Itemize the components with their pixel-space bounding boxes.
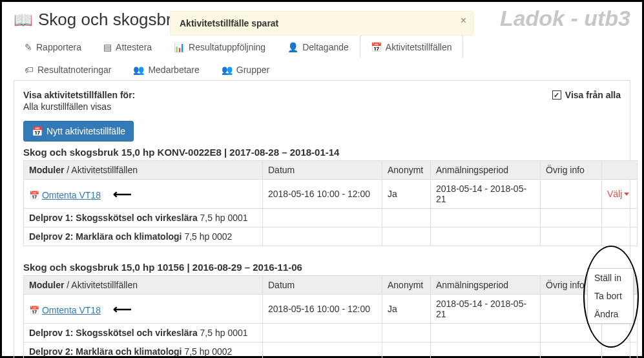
chevron-down-icon: [624, 193, 629, 196]
toast-text: Aktivitetstillfälle sparat: [180, 18, 278, 28]
tab-label: Grupper: [236, 65, 269, 75]
tab-label: Medarbetare: [148, 65, 199, 75]
tab-label: Resultatnoteringar: [37, 65, 111, 75]
cell-datum: 2018-05-16 10:00 - 12:00: [263, 180, 382, 209]
th-actions: [602, 161, 638, 180]
calendar-icon: 📅: [371, 42, 382, 52]
book-icon: 📖: [14, 11, 33, 29]
th-moduler: Moduler / Aktivitetstillfällen: [24, 161, 263, 180]
calendar-icon: 📅: [32, 126, 43, 136]
th-period: Anmälningsperiod: [431, 161, 541, 180]
panel: Visa aktivitetstillfällen för: Alla kurs…: [14, 81, 630, 358]
valj-dropdown[interactable]: Välj: [607, 189, 629, 199]
tab-label: Resultatuppföljning: [189, 42, 265, 52]
table-section-1: Moduler / Aktivitetstillfällen Datum Ano…: [23, 275, 638, 358]
checkmark-icon: ✓: [552, 90, 561, 100]
toast-saved: Aktivitetstillfälle sparat ×: [170, 11, 473, 36]
show-all-label: Visa från alla: [565, 90, 621, 100]
page-title-text: Skog och skogsbru: [38, 10, 181, 30]
cell-period: 2018-05-14 - 2018-05-21: [431, 295, 541, 324]
users-icon: 👥: [133, 65, 144, 75]
th-moduler: Moduler / Aktivitetstillfällen: [24, 276, 263, 295]
tab-deltagande[interactable]: 👤Deltagande: [276, 35, 360, 58]
chart-icon: 📊: [174, 42, 185, 52]
cell-period: 2018-05-14 - 2018-05-21: [431, 180, 541, 209]
table-row: Delprov 2: Marklära och klimatologi 7,5 …: [24, 227, 638, 246]
tab-grupper[interactable]: 👥Grupper: [211, 58, 280, 80]
module-name: Delprov 1: Skogsskötsel och virkeslära: [29, 328, 198, 338]
filter-label: Visa aktivitetstillfällen för:: [23, 90, 135, 100]
calendar-icon: 📅: [29, 191, 39, 200]
group-icon: 👥: [222, 65, 233, 75]
module-code: 7,5 hp 0001: [198, 328, 248, 338]
table-row: Delprov 2: Marklära och klimatologi 7,5 …: [24, 342, 638, 359]
module-code: 7,5 hp 0001: [198, 213, 248, 223]
th-datum: Datum: [263, 276, 382, 295]
close-icon[interactable]: ×: [461, 16, 466, 26]
tab-medarbetare[interactable]: 👥Medarbetare: [122, 58, 210, 80]
archive-icon: ▤: [103, 42, 112, 52]
arrow-annotation: ⟵: [113, 187, 132, 201]
tab-resultatnoteringar[interactable]: 🏷Resultatnoteringar: [14, 58, 122, 80]
show-all-checkbox[interactable]: ✓ Visa från alla: [552, 90, 621, 100]
new-activity-label: Nytt aktivitetstillfälle: [47, 126, 125, 136]
new-activity-button[interactable]: 📅 Nytt aktivitetstillfälle: [23, 121, 134, 142]
tab-label: Aktivitetstillfällen: [386, 42, 452, 52]
th-datum: Datum: [263, 161, 382, 180]
tab-label: Deltagande: [302, 42, 349, 52]
table-row: 📅 Omtenta VT18 ⟵ 2018-05-16 10:00 - 12:0…: [24, 295, 638, 324]
menu-ta-bort[interactable]: Ta bort: [588, 287, 633, 305]
module-code: 7,5 hp 0002: [182, 231, 233, 242]
cell-datum: 2018-05-16 10:00 - 12:00: [263, 295, 382, 324]
pencil-icon: ✎: [25, 42, 32, 52]
tabs: ✎Rapportera ▤Attestera 📊Resultatuppföljn…: [14, 35, 630, 81]
table-row: 📅 Omtenta VT18 ⟵ 2018-05-16 10:00 - 12:0…: [24, 180, 638, 209]
module-name: Delprov 2: Marklära och klimatologi: [29, 231, 182, 242]
module-name: Delprov 1: Skogsskötsel och virkeslära: [29, 213, 198, 223]
cell-anon: Ja: [382, 295, 431, 324]
table-section-0: Moduler / Aktivitetstillfällen Datum Ano…: [23, 160, 638, 246]
activity-link[interactable]: Omtenta VT18: [42, 190, 101, 200]
tab-label: Rapportera: [36, 42, 81, 52]
module-name: Delprov 2: Marklära och klimatologi: [29, 346, 182, 357]
tab-aktivitetstillfallen[interactable]: 📅Aktivitetstillfällen: [360, 35, 463, 58]
menu-stall-in[interactable]: Ställ in: [588, 269, 633, 287]
filter-value: Alla kurstillfällen visas: [23, 101, 135, 112]
valj-menu: Ställ in Ta bort Ändra: [587, 268, 634, 324]
activity-link[interactable]: Omtenta VT18: [42, 305, 101, 315]
section-title: Skog och skogsbruk 15,0 hp 10156 | 2016-…: [23, 262, 621, 273]
calendar-icon: 📅: [29, 306, 39, 315]
th-info: Övrig info: [541, 161, 602, 180]
module-code: 7,5 hp 0002: [182, 346, 233, 357]
table-row: Delprov 1: Skogsskötsel och virkeslära 7…: [24, 324, 638, 342]
tab-label: Attestera: [116, 42, 152, 52]
th-anonymt: Anonymt: [382, 161, 431, 180]
tag-icon: 🏷: [25, 65, 34, 75]
arrow-annotation: ⟵: [113, 302, 132, 316]
cell-info: [541, 180, 602, 209]
menu-andra[interactable]: Ändra: [588, 305, 633, 323]
tab-rapportera[interactable]: ✎Rapportera: [14, 35, 92, 58]
tab-attestera[interactable]: ▤Attestera: [92, 35, 163, 58]
section-title: Skog och skogsbruk 15,0 hp KONV-0022E8 |…: [23, 147, 621, 158]
th-period: Anmälningsperiod: [431, 276, 541, 295]
user-icon: 👤: [287, 42, 298, 52]
table-row: Delprov 1: Skogsskötsel och virkeslära 7…: [24, 209, 638, 227]
th-anonymt: Anonymt: [382, 276, 431, 295]
cell-anon: Ja: [382, 180, 431, 209]
tab-resultatuppfoljning[interactable]: 📊Resultatuppföljning: [163, 35, 276, 58]
